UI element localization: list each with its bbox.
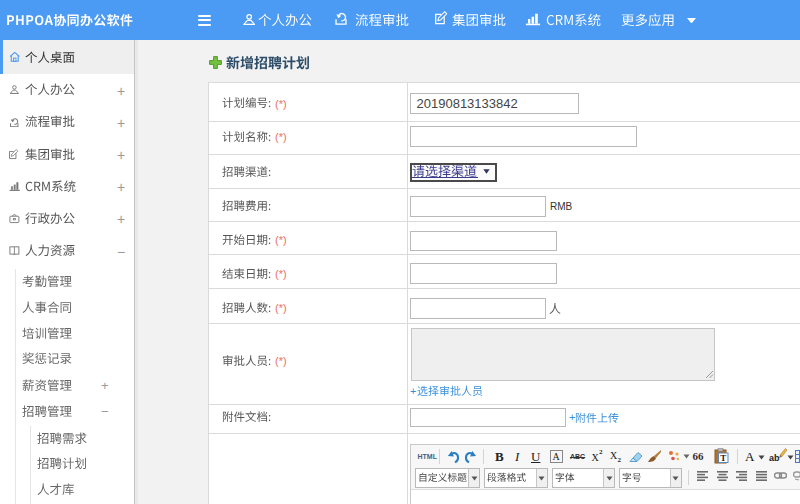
svg-text:T: T xyxy=(720,453,726,463)
